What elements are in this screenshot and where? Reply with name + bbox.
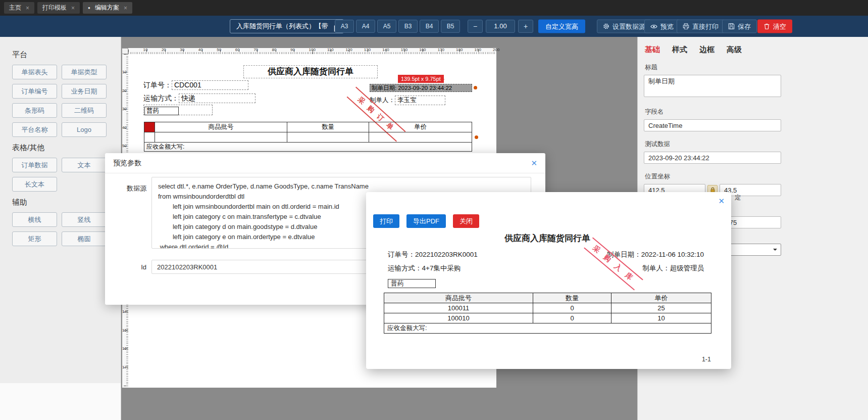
- preview-document: 供应商入库随货同行单 订单号：2022102203RK0001 制单日期：202…: [384, 232, 711, 334]
- palette-item-button[interactable]: 业务日期: [62, 84, 107, 99]
- clear-button[interactable]: 清空: [757, 20, 792, 33]
- preview-amount-caps-label: 应收金额大写:: [384, 323, 711, 334]
- canvas-table-header: 单价: [369, 122, 472, 132]
- palette-item-button[interactable]: 订单数据: [12, 158, 57, 172]
- row-handle-icon[interactable]: [475, 135, 478, 139]
- test-data-label: 测试数据: [645, 140, 862, 149]
- props-tab-border[interactable]: 边框: [699, 45, 714, 55]
- close-icon[interactable]: ✕: [531, 159, 537, 168]
- template-name-box[interactable]: 入库随货同行单（列表式）【带: [230, 19, 344, 33]
- selection-handle-icon[interactable]: [474, 86, 477, 89]
- tab[interactable]: 打印模板×: [37, 2, 80, 14]
- palette-item-button[interactable]: 文本: [62, 158, 107, 172]
- preview-table-row: 100010010: [384, 313, 711, 323]
- order-no-element[interactable]: 订单号： CDC001: [143, 80, 248, 90]
- direct-print-button[interactable]: 直接打印: [677, 20, 725, 33]
- sidebar-bottom-area: [0, 383, 121, 420]
- paper-size-b4[interactable]: B4: [420, 20, 439, 33]
- sidebar-sections: 平台单据表头单据类型订单编号业务日期条形码二维码平台名称Logo表格/其他订单数…: [12, 50, 109, 246]
- title-field-input[interactable]: 制单日期: [644, 75, 781, 97]
- preview-doc-title: 供应商入库随货同行单: [384, 232, 711, 244]
- palette-item-button[interactable]: 竖线: [62, 212, 107, 227]
- preview-table-cell: 100010: [384, 313, 533, 323]
- paper-size-b5[interactable]: B5: [441, 20, 460, 33]
- field-name-label: 字段名: [645, 108, 862, 116]
- preview-table-cell: 100011: [384, 303, 533, 313]
- palette-item-button[interactable]: 单据类型: [62, 65, 107, 79]
- custom-size-button[interactable]: 自定义宽高: [538, 20, 585, 33]
- palette-item-button[interactable]: 平台名称: [12, 122, 57, 137]
- canvas-order-table[interactable]: 商品批号数量单价 应收金额大写:: [144, 122, 472, 152]
- props-tab-bar: 基础样式边框高级: [645, 45, 862, 55]
- canvas-table-header: 数量: [287, 122, 369, 132]
- order-no-value[interactable]: CDC001: [172, 80, 248, 90]
- preview-table-header: 单价: [611, 293, 711, 303]
- doc-title-element[interactable]: 供应商入库随货同行单: [243, 65, 378, 78]
- zoom-value[interactable]: 1.00: [486, 20, 515, 33]
- zoom-out-button[interactable]: −: [468, 20, 483, 33]
- set-datasource-button[interactable]: 设置数据源: [597, 20, 651, 33]
- clear-label: 清空: [773, 22, 786, 31]
- paper-size-b3[interactable]: B3: [398, 20, 418, 33]
- props-tab-style[interactable]: 样式: [672, 45, 687, 55]
- ruler-corner: [122, 48, 128, 54]
- print-button[interactable]: 打印: [373, 214, 399, 228]
- partial-label: 定: [735, 194, 741, 202]
- props-tab-basic[interactable]: 基础: [645, 45, 660, 55]
- create-date-element[interactable]: 制单日期: 2023-09-20 23:44:22: [370, 84, 472, 92]
- zoom-group: − 1.00 +: [468, 20, 533, 33]
- ruler-number: 130: [364, 48, 371, 52]
- palette-item-button[interactable]: 条形码: [12, 103, 57, 118]
- id-label: Id: [120, 263, 146, 271]
- tab-label: 编辑方案: [95, 4, 119, 12]
- canvas-table-header-row: 商品批号数量单价: [144, 122, 472, 132]
- palette-item-button[interactable]: 椭圆: [62, 231, 107, 246]
- preview-result-modal: ✕ 打印 导出PDF 关闭 供应商入库随货同行单 订单号：2022102203R…: [366, 192, 731, 369]
- zoom-in-button[interactable]: +: [518, 20, 533, 33]
- field-name-input[interactable]: [644, 119, 781, 131]
- datasource-label: 数据源: [120, 177, 146, 193]
- save-icon: [728, 23, 735, 30]
- canvas-table-empty-row: [144, 132, 472, 143]
- paper-size-a3[interactable]: A3: [335, 20, 354, 33]
- tab-close-icon[interactable]: ×: [124, 5, 127, 11]
- preview-table-header-row: 商品批号数量单价: [384, 293, 711, 303]
- transport-value[interactable]: 快递: [179, 94, 256, 103]
- ruler-number: 100: [309, 48, 316, 52]
- tab-close-icon[interactable]: ×: [71, 5, 75, 11]
- palette-item-button[interactable]: 单据表头: [12, 65, 57, 79]
- close-icon[interactable]: ✕: [718, 197, 725, 206]
- preview-button[interactable]: 预览: [644, 20, 680, 33]
- save-button[interactable]: 保存: [722, 20, 757, 33]
- ruler-number: 50: [217, 48, 221, 52]
- transport-element[interactable]: 运输方式： 快递: [143, 94, 256, 103]
- tab-close-icon[interactable]: ×: [26, 5, 29, 11]
- palette-item-button[interactable]: Logo: [62, 122, 107, 137]
- preview-table-cell: 0: [533, 313, 611, 323]
- palette-item-button[interactable]: 横线: [12, 212, 57, 227]
- creator-element[interactable]: 制单人： 李玉宝: [370, 96, 445, 105]
- creator-value[interactable]: 李玉宝: [395, 96, 445, 105]
- palette-item-button[interactable]: 矩形: [12, 231, 57, 246]
- palette-item-button[interactable]: 二维码: [62, 103, 107, 118]
- paper-size-a5[interactable]: A5: [377, 20, 396, 33]
- drug-type-element[interactable]: 普药: [143, 105, 213, 115]
- props-tab-advanced[interactable]: 高级: [727, 45, 742, 55]
- order-no-label: 订单号：: [143, 81, 172, 90]
- preview-drug-type: 普药: [388, 279, 436, 288]
- palette-item-button[interactable]: 订单编号: [12, 84, 57, 99]
- red-marker-cell[interactable]: [144, 122, 155, 132]
- tab-strip: 主页×打印模板×●编辑方案×: [4, 2, 132, 14]
- tab[interactable]: ●编辑方案×: [83, 2, 132, 14]
- palette-item-button[interactable]: 长文本: [12, 177, 57, 192]
- tab[interactable]: 主页×: [4, 2, 34, 14]
- template-name-label: 入库随货同行单（列表式）【带: [236, 22, 328, 30]
- paper-size-a4[interactable]: A4: [356, 20, 375, 33]
- test-data-input[interactable]: [644, 152, 781, 164]
- export-pdf-button[interactable]: 导出PDF: [406, 214, 446, 228]
- custom-size-label: 自定义宽高: [545, 22, 578, 31]
- tab-label: 打印模板: [42, 4, 67, 12]
- preview-table: 商品批号数量单价 100011025100010010 应收金额大写:: [384, 293, 711, 334]
- ruler-number: 160: [419, 48, 426, 52]
- close-preview-button[interactable]: 关闭: [453, 214, 479, 228]
